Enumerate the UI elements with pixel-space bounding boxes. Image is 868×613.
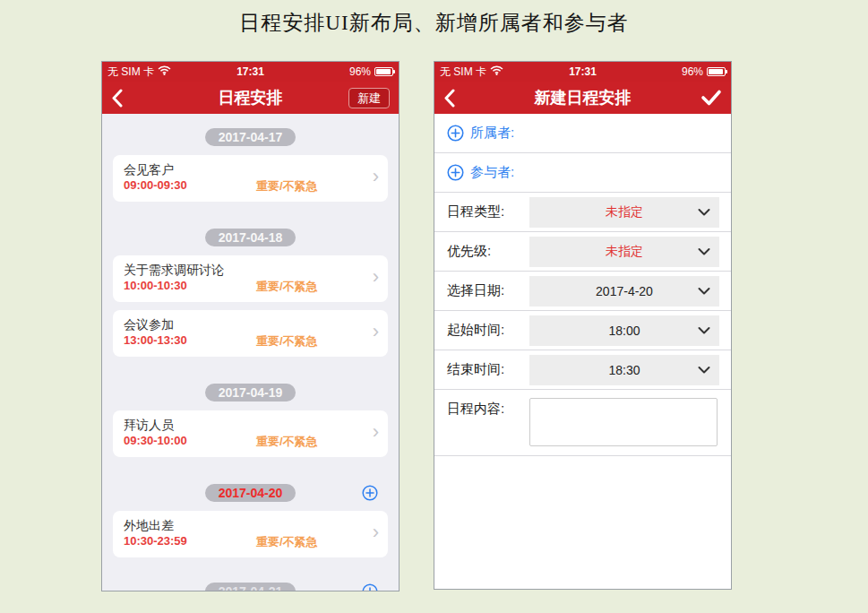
schedule-type-value: 未指定 [606, 204, 643, 220]
date-row: 选择日期: 2017-4-20 [434, 272, 731, 311]
schedule-title: 拜访人员 [124, 418, 365, 434]
end-time-label: 结束时间: [447, 361, 504, 378]
battery-percent: 96% [349, 65, 371, 78]
add-owner-row[interactable]: 所属者: [434, 114, 731, 153]
chevron-down-icon [698, 326, 710, 334]
schedule-card[interactable]: 外地出差 10:30-23:59 重要/不紧急 › [113, 511, 388, 557]
schedule-list-screen: 无 SIM 卡 17:31 96% 日程安排 新建 [101, 61, 400, 591]
back-button[interactable] [111, 89, 123, 108]
chevron-right-icon: › [373, 522, 379, 542]
schedule-type-row: 日程类型: 未指定 [434, 193, 731, 232]
add-participant-row[interactable]: 参与者: [434, 153, 731, 193]
schedule-priority: 重要/不紧急 [256, 534, 318, 550]
nav-bar: 日程安排 新建 [102, 82, 399, 114]
content-textarea[interactable] [529, 398, 718, 446]
date-group-header: 2017-04-20 [102, 484, 399, 502]
new-schedule-button[interactable]: 新建 [348, 88, 390, 108]
schedule-title: 会见客户 [124, 162, 365, 178]
chevron-right-icon: › [373, 267, 379, 287]
schedule-type-select[interactable]: 未指定 [529, 197, 719, 228]
date-select[interactable]: 2017-4-20 [529, 276, 719, 306]
schedule-priority: 重要/不紧急 [256, 279, 318, 295]
date-group-header: 2017-04-18 [102, 229, 399, 246]
start-time-select[interactable]: 18:00 [529, 315, 719, 346]
schedule-title: 关于需求调研讨论 [124, 263, 365, 279]
wifi-icon [490, 65, 503, 78]
date-badge-today: 2017-04-20 [205, 484, 296, 502]
confirm-button[interactable] [700, 89, 722, 107]
schedule-priority: 重要/不紧急 [256, 434, 318, 450]
start-time-value: 18:00 [608, 324, 640, 338]
chevron-down-icon [698, 247, 710, 255]
start-time-row: 起始时间: 18:00 [434, 311, 731, 350]
checkmark-icon [700, 89, 722, 107]
clock: 17:31 [206, 65, 295, 78]
chevron-left-icon [443, 89, 455, 108]
priority-value: 未指定 [606, 244, 643, 260]
new-schedule-form: 所属者: 参与者: 日程类型: 未指定 优先级: 未指定 [434, 114, 731, 589]
schedule-card[interactable]: 拜访人员 09:30-10:00 重要/不紧急 › [113, 410, 388, 457]
schedule-time: 10:30-23:59 [124, 534, 256, 550]
schedule-type-label: 日程类型: [447, 203, 504, 220]
chevron-right-icon: › [373, 422, 379, 442]
end-time-value: 18:30 [608, 363, 640, 377]
schedule-title: 会议参加 [124, 317, 365, 333]
schedule-card[interactable]: 关于需求调研讨论 10:00-10:30 重要/不紧急 › [113, 255, 388, 302]
new-schedule-screen: 无 SIM 卡 17:31 96% 新建日程安排 [434, 61, 732, 590]
priority-select[interactable]: 未指定 [529, 237, 719, 267]
screen-title: 新建日程安排 [434, 87, 731, 108]
schedule-card[interactable]: 会议参加 13:00-13:30 重要/不紧急 › [113, 310, 388, 357]
content-label: 日程内容: [447, 401, 504, 416]
date-group-header: 2017-04-19 [102, 384, 399, 401]
priority-label: 优先级: [447, 243, 491, 260]
schedule-list[interactable]: 2017-04-17 会见客户 09:00-09:30 重要/不紧急 › 201… [102, 114, 399, 591]
chevron-down-icon [698, 287, 710, 295]
page-title: 日程安排UI新布局、新增所属者和参与者 [0, 9, 868, 37]
add-participant-icon[interactable] [447, 164, 464, 181]
date-group-header: 2017-04-21 [102, 583, 399, 591]
date-badge: 2017-04-19 [205, 384, 296, 401]
back-button[interactable] [443, 89, 455, 108]
status-bar: 无 SIM 卡 17:31 96% [434, 62, 731, 82]
status-bar: 无 SIM 卡 17:31 96% [102, 62, 399, 82]
schedule-priority: 重要/不紧急 [256, 178, 318, 194]
battery-icon [707, 67, 726, 76]
wifi-icon [158, 65, 171, 78]
chevron-left-icon [111, 89, 123, 108]
priority-row: 优先级: 未指定 [434, 232, 731, 272]
carrier-label: 无 SIM 卡 [440, 65, 486, 80]
owner-label: 所属者: [470, 125, 514, 142]
date-badge: 2017-04-17 [205, 128, 296, 146]
carrier-label: 无 SIM 卡 [107, 65, 154, 80]
add-schedule-icon[interactable] [362, 583, 378, 591]
participant-label: 参与者: [470, 164, 514, 181]
nav-bar: 新建日程安排 [434, 82, 731, 114]
start-time-label: 起始时间: [447, 322, 504, 339]
chevron-down-icon [698, 208, 710, 216]
date-badge: 2017-04-18 [205, 229, 296, 246]
schedule-time: 13:00-13:30 [124, 333, 256, 350]
date-group-header: 2017-04-17 [102, 128, 399, 146]
end-time-select[interactable]: 18:30 [529, 355, 719, 385]
schedule-card[interactable]: 会见客户 09:00-09:30 重要/不紧急 › [113, 155, 388, 202]
battery-icon [374, 67, 393, 76]
clock: 17:31 [538, 65, 627, 78]
schedule-priority: 重要/不紧急 [256, 333, 318, 350]
chevron-right-icon: › [373, 167, 379, 186]
end-time-row: 结束时间: 18:30 [434, 350, 731, 390]
date-label: 选择日期: [447, 282, 504, 299]
chevron-right-icon: › [373, 322, 379, 341]
schedule-time: 09:00-09:30 [124, 178, 256, 194]
schedule-time: 09:30-10:00 [124, 434, 256, 450]
content-row: 日程内容: [434, 390, 731, 456]
add-owner-icon[interactable] [447, 125, 464, 142]
date-value: 2017-4-20 [596, 284, 653, 298]
add-schedule-icon[interactable] [362, 485, 378, 501]
schedule-time: 10:00-10:30 [124, 279, 256, 295]
battery-percent: 96% [682, 65, 703, 78]
chevron-down-icon [698, 366, 710, 374]
schedule-title: 外地出差 [124, 518, 365, 534]
date-badge: 2017-04-21 [205, 583, 296, 591]
